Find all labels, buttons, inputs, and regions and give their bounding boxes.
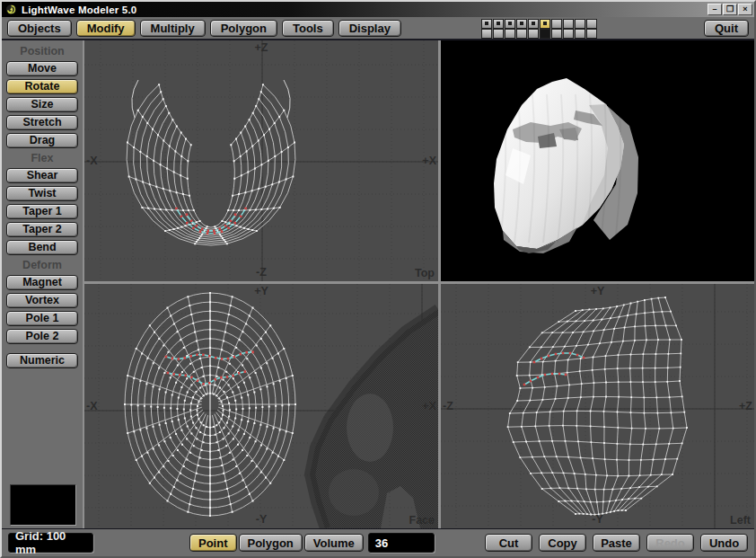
tab-polygon[interactable]: Polygon [210, 20, 277, 37]
layer-selector [481, 19, 597, 39]
viewport-perspective[interactable] [441, 40, 754, 281]
app-window: LightWave Modeler 5.0 – ❒ × ObjectsModif… [0, 0, 756, 558]
layer-6-top-button[interactable] [540, 19, 550, 29]
viewport-corner-label: Top [415, 267, 435, 279]
layer-9-bottom-button[interactable] [575, 29, 585, 39]
sidebar-sections: PositionMoveRotateSizeStretchDragFlexShe… [2, 42, 83, 369]
layer-6-bottom-button[interactable] [540, 29, 550, 39]
sidebar-button-drag[interactable]: Drag [6, 133, 78, 148]
sidebar-button-shear[interactable]: Shear [6, 168, 78, 183]
layer-1-top-button[interactable] [481, 19, 492, 29]
layer-3-top-button[interactable] [505, 19, 515, 29]
sidebar-button-twist[interactable]: Twist [6, 186, 78, 201]
sidebar-button-bend[interactable]: Bend [6, 240, 78, 255]
quit-button[interactable]: Quit [704, 20, 749, 37]
window-title: LightWave Modeler 5.0 [22, 4, 136, 15]
axis-label-top: +Y [591, 285, 605, 297]
tab-tools[interactable]: Tools [282, 20, 334, 37]
title-bar: LightWave Modeler 5.0 – ❒ × [2, 2, 754, 17]
sidebar-button-stretch[interactable]: Stretch [6, 115, 78, 130]
viewport-top[interactable]: +Z -X +X -Z Top [84, 40, 438, 281]
axis-label-left: -X [86, 155, 98, 167]
preview-box [10, 484, 76, 526]
top-view-canvas [84, 40, 438, 281]
layer-5-bottom-button[interactable] [528, 29, 539, 39]
layer-10-top-button[interactable] [586, 19, 597, 29]
layer-4-top-button[interactable] [516, 19, 527, 29]
layer-2-top-button[interactable] [493, 19, 504, 29]
sidebar-button-taper-1[interactable]: Taper 1 [6, 204, 78, 219]
axis-label-bottom: -Y [256, 513, 268, 526]
axis-label-top: +Z [255, 41, 268, 54]
face-view-canvas [84, 284, 438, 528]
layer-7-bottom-button[interactable] [551, 29, 562, 39]
cut-button[interactable]: Cut [485, 534, 532, 552]
minimize-button[interactable]: – [708, 4, 722, 15]
window-controls: – ❒ × [708, 4, 752, 15]
layer-7-top-button[interactable] [551, 19, 562, 29]
layer-10-bottom-button[interactable] [586, 29, 597, 39]
axis-label-left: -X [86, 400, 98, 412]
axis-label-bottom: -Z [256, 266, 267, 279]
copy-button[interactable]: Copy [539, 534, 586, 552]
left-view-canvas [441, 284, 754, 528]
layer-9-top-button[interactable] [575, 19, 585, 29]
menu-tabs: ObjectsModifyMultiplyPolygonToolsDisplay [7, 20, 406, 37]
layer-8-top-button[interactable] [563, 19, 574, 29]
grid-size-readout: Grid: 100 mm [8, 533, 93, 553]
layer-5-top-button[interactable] [528, 19, 539, 29]
maximize-button[interactable]: ❒ [723, 4, 737, 15]
mode-polygon-button[interactable]: Polygon [239, 534, 303, 552]
tab-multiply[interactable]: Multiply [140, 20, 206, 37]
main-area: PositionMoveRotateSizeStretchDragFlexShe… [2, 40, 754, 528]
axis-label-right: +X [422, 400, 436, 412]
axis-label-right: +X [422, 155, 436, 167]
grid-size-label: Grid: 100 mm [15, 529, 86, 556]
mode-volume-button[interactable]: Volume [304, 534, 364, 552]
undo-button[interactable]: Undo [700, 534, 748, 552]
viewport-left[interactable]: +Y -Z +Z -Y Left [441, 284, 754, 528]
tab-objects[interactable]: Objects [7, 20, 72, 37]
tab-display[interactable]: Display [338, 20, 401, 37]
layer-2-bottom-button[interactable] [493, 29, 504, 39]
axis-label-bottom: -Y [592, 513, 603, 526]
viewport-grid: +Z -X +X -Z Top +Y -X +X -Y Face +Y -Z +… [83, 40, 754, 528]
app-icon [5, 4, 17, 15]
viewport-corner-label: Left [730, 514, 751, 527]
status-bar: Grid: 100 mm PointPolygonVolume 36 CutCo… [2, 528, 754, 556]
selection-count-readout: 36 [368, 533, 435, 553]
sidebar-button-pole-1[interactable]: Pole 1 [6, 311, 78, 326]
viewport-face[interactable]: +Y -X +X -Y Face [84, 284, 438, 528]
redo-button: Redo [646, 534, 694, 552]
viewport-corner-label: Face [409, 514, 435, 527]
sidebar-button-pole-2[interactable]: Pole 2 [6, 329, 78, 344]
sidebar-button-move[interactable]: Move [6, 61, 78, 76]
selection-count: 36 [375, 536, 388, 550]
layer-1-bottom-button[interactable] [481, 29, 492, 39]
axis-label-right: +Z [739, 400, 752, 412]
sidebar-button-rotate[interactable]: Rotate [6, 79, 78, 94]
sidebar-button-size[interactable]: Size [6, 97, 78, 112]
mode-point-button[interactable]: Point [189, 534, 237, 552]
axis-label-left: -Z [443, 400, 453, 412]
sidebar-button-magnet[interactable]: Magnet [6, 275, 78, 290]
sidebar-spacer [2, 345, 83, 351]
sidebar-button-numeric[interactable]: Numeric [6, 353, 78, 368]
toolbar: ObjectsModifyMultiplyPolygonToolsDisplay… [2, 17, 754, 40]
section-label-flex: Flex [2, 152, 83, 164]
selection-mode-group: PointPolygonVolume [189, 534, 365, 552]
section-label-position: Position [2, 45, 83, 58]
section-label-deform: Deform [2, 259, 83, 271]
sidebar-button-vortex[interactable]: Vortex [6, 293, 78, 308]
paste-button[interactable]: Paste [593, 534, 640, 552]
layer-8-bottom-button[interactable] [563, 29, 574, 39]
tab-modify[interactable]: Modify [76, 20, 136, 37]
close-button[interactable]: × [738, 4, 752, 15]
sidebar-button-taper-2[interactable]: Taper 2 [6, 222, 78, 237]
perspective-canvas [441, 40, 754, 281]
edit-actions: CutCopyPasteRedoUndo [485, 534, 748, 552]
axis-label-top: +Y [254, 285, 268, 297]
layer-4-bottom-button[interactable] [516, 29, 527, 39]
layer-3-bottom-button[interactable] [505, 29, 515, 39]
sidebar: PositionMoveRotateSizeStretchDragFlexShe… [2, 40, 83, 528]
